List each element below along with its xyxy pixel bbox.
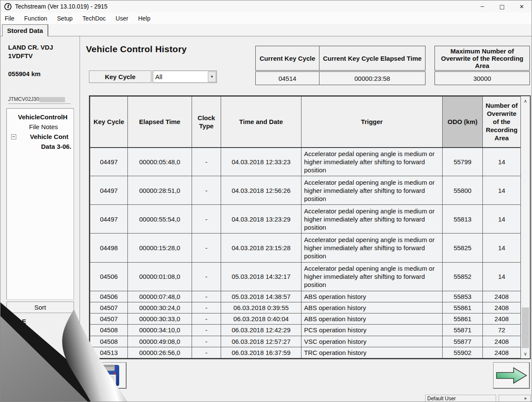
table-cell: 2408 — [483, 336, 521, 347]
sidebar: LAND CR. VDJ 1VDFTV 055904 km JTMCV02J30… — [0, 36, 80, 402]
table-cell: VSC operation history — [301, 336, 443, 347]
table-cell: 04507 — [90, 313, 128, 325]
col-trigger[interactable]: Trigger — [301, 97, 443, 148]
menu-function[interactable]: Function — [24, 14, 52, 23]
table-cell: 00000:49:08,0 — [128, 336, 192, 347]
tree-collapse-icon[interactable]: − — [11, 134, 16, 139]
table-cell: - — [192, 176, 221, 205]
current-key-cycle-value: 04514 — [255, 71, 319, 85]
table-cell: 00000:30:33,0 — [128, 313, 192, 325]
table-row[interactable]: 0450700000:30:33,0-06.03.2018 0:40:04ABS… — [90, 313, 521, 325]
table-cell: ABS operation history — [301, 291, 443, 302]
table-cell: 00000:05:48,0 — [128, 148, 192, 176]
col-odo[interactable]: ODO (km) — [443, 97, 483, 148]
table-cell: 2408 — [483, 302, 521, 313]
odometer-value: 055904 km — [8, 70, 41, 77]
table-cell: 04508 — [90, 336, 128, 347]
connection-led-icon: ● — [524, 396, 527, 401]
table-cell: - — [192, 302, 221, 313]
save-button[interactable] — [92, 362, 127, 389]
table-cell: - — [192, 313, 221, 325]
col-clock-type[interactable]: Clock Type — [192, 97, 221, 148]
col-overwrite-count[interactable]: Number of Overwrite of the Recording Are… — [483, 97, 521, 148]
table-cell: 06.03.2018 12:42:29 — [221, 325, 301, 336]
status-user: Default User — [425, 395, 496, 402]
table-cell: 55813 — [443, 205, 483, 234]
key-cycle-select[interactable]: All ▼ — [153, 71, 217, 83]
table-cell: 00000:34:10,0 — [128, 325, 192, 336]
menu-techdoc[interactable]: TechDoc — [83, 14, 110, 23]
table-row[interactable]: 0450600000:07:48,0-05.03.2018 14:38:57AB… — [90, 291, 521, 302]
scroll-up-icon[interactable]: ∧ — [521, 96, 530, 106]
col-elapsed-time[interactable]: Elapsed Time — [128, 97, 192, 148]
tree-item-vehicle-control[interactable]: −Vehicle Cont — [7, 132, 74, 142]
table-cell: 04506 — [90, 291, 128, 302]
vehicle-name: LAND CR. VDJ 1VDFTV — [8, 43, 73, 60]
table-row[interactable]: 0449700000:28:51,0-04.03.2018 12:56:26Ac… — [90, 176, 521, 205]
vin-prefix: JTMCV02J30 — [8, 96, 39, 102]
col-key-cycle[interactable]: Key Cycle — [90, 97, 128, 148]
partially-hidden-button[interactable]: E — [22, 318, 26, 325]
table-cell: 06.03.2018 0:40:04 — [221, 313, 301, 325]
table-cell: 05.03.2018 14:32:17 — [221, 262, 301, 291]
table-row[interactable]: 0450800000:49:08,0-06.03.2018 12:57:27VS… — [90, 336, 521, 347]
tab-strip: Stored Data — [0, 24, 532, 36]
max-overwrite-header: Maximum Number of Overwrite of the Recor… — [434, 46, 530, 71]
table-cell: - — [192, 336, 221, 347]
table-row[interactable]: 0451300000:26:56,0-06.03.2018 16:37:59TR… — [90, 347, 521, 358]
table-cell: TRC operation history — [301, 347, 443, 358]
table-cell: Accelerator pedal opening angle is mediu… — [301, 262, 443, 291]
table-cell: Accelerator pedal opening angle is mediu… — [301, 148, 443, 176]
menu-user[interactable]: User — [115, 14, 133, 23]
table-cell: 00000:55:54,0 — [128, 205, 192, 234]
elapsed-time-header: Current Key Cycle Elapsed Time — [319, 46, 426, 71]
table-row[interactable]: 0449800000:15:28,0-04.03.2018 23:15:28Ac… — [90, 234, 521, 262]
table-cell: - — [192, 325, 221, 336]
menu-setup[interactable]: Setup — [57, 14, 77, 23]
page-title: Vehicle Control History — [86, 44, 187, 54]
scrollbar-thumb[interactable] — [522, 307, 529, 348]
scroll-down-icon[interactable]: ∨ — [521, 349, 530, 358]
status-bar: Default User ● — [0, 395, 532, 402]
table-cell: 2408 — [483, 347, 521, 358]
table-cell: 04497 — [90, 176, 128, 205]
table-cell: 14 — [483, 176, 521, 205]
tree-item-vehiclecontrolhistory[interactable]: VehicleControlH — [7, 112, 74, 122]
next-button[interactable] — [493, 362, 530, 389]
table-cell: 04506 — [90, 262, 128, 291]
table-cell: 04.03.2018 23:15:28 — [221, 234, 301, 262]
history-table: Key Cycle Elapsed Time Clock Type Time a… — [89, 95, 531, 359]
tab-stored-data[interactable]: Stored Data — [2, 24, 48, 36]
table-row[interactable]: 0450800000:34:10,0-06.03.2018 12:42:29PC… — [90, 325, 521, 336]
next-arrow-icon — [496, 367, 527, 384]
table-cell: Accelerator pedal opening angle is mediu… — [301, 176, 443, 205]
tree-item-file-notes[interactable]: File Notes — [7, 122, 74, 132]
table-cell: Accelerator pedal opening angle is mediu… — [301, 205, 443, 234]
close-button[interactable]: ✕ — [512, 0, 532, 12]
chevron-down-icon[interactable]: ▼ — [208, 71, 216, 82]
menu-bar: File Function Setup TechDoc User Help — [0, 12, 532, 24]
col-time-date[interactable]: Time and Date — [221, 97, 301, 148]
table-cell: 14 — [483, 148, 521, 176]
table-row[interactable]: 0450600000:01:08,0-05.03.2018 14:32:17Ac… — [90, 262, 521, 291]
table-cell: 2408 — [483, 291, 521, 302]
maximize-button[interactable]: □ — [492, 0, 512, 12]
table-cell: - — [192, 347, 221, 358]
menu-help[interactable]: Help — [138, 14, 155, 23]
table-header-row: Key Cycle Elapsed Time Clock Type Time a… — [90, 97, 521, 148]
title-bar: t Techstream (Ver 13.10.019) - 2915 ─ □ … — [0, 0, 532, 12]
table-scrollbar[interactable]: ∧ ∨ — [520, 96, 530, 358]
minimize-button[interactable]: ─ — [473, 0, 492, 12]
vin-field: JTMCV02J30 — [8, 96, 71, 104]
menu-file[interactable]: File — [5, 14, 19, 23]
sort-button[interactable]: Sort — [6, 302, 74, 313]
table-cell: 00000:30:24,0 — [128, 302, 192, 313]
table-cell: - — [192, 291, 221, 302]
table-cell: - — [192, 262, 221, 291]
table-row[interactable]: 0449700000:05:48,0-04.03.2018 12:33:23Ac… — [90, 148, 521, 176]
table-cell: ABS operation history — [301, 313, 443, 325]
table-cell: 04507 — [90, 302, 128, 313]
tree-item-data[interactable]: Data 3-06. — [7, 142, 74, 151]
table-row[interactable]: 0450700000:30:24,0-06.03.2018 0:39:55ABS… — [90, 302, 521, 313]
table-row[interactable]: 0449700000:55:54,0-04.03.2018 13:23:29Ac… — [90, 205, 521, 234]
